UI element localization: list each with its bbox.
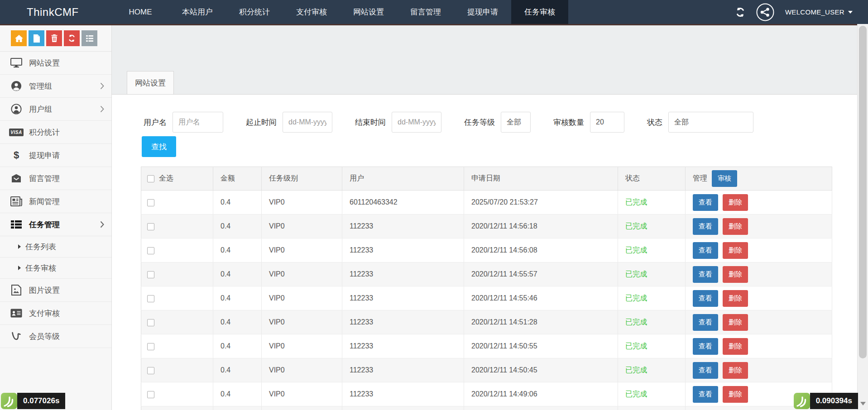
exec-time-badge-right[interactable]: 0.090394s	[794, 393, 858, 409]
username-input[interactable]	[173, 112, 223, 133]
main-content: 网站设置 用户名 起止时间 结束时间 任务等级 全部 审核数量	[112, 25, 857, 410]
review-count-input[interactable]	[590, 112, 624, 133]
delete-button[interactable]: 删除	[723, 218, 748, 235]
tab-site-settings[interactable]: 网站设置	[127, 71, 174, 94]
trash-icon[interactable]	[46, 30, 62, 46]
nav-item-task-review[interactable]: 任务审核	[511, 0, 568, 24]
view-button[interactable]: 查看	[693, 290, 718, 307]
view-button[interactable]: 查看	[693, 242, 718, 259]
status-cell: 已完成	[618, 238, 686, 262]
select-all-checkbox[interactable]	[147, 175, 154, 182]
sidebar-item-task-management[interactable]: 任务管理	[0, 213, 111, 236]
row-checkbox[interactable]	[147, 343, 154, 350]
sidebar-item-news-management[interactable]: 新闻管理	[0, 190, 111, 213]
envelope-icon	[10, 174, 23, 183]
view-button[interactable]: 查看	[693, 218, 718, 235]
avatar[interactable]	[756, 3, 774, 21]
view-button[interactable]: 查看	[693, 386, 718, 403]
user-cell: 112233	[342, 382, 464, 406]
sidebar-item-user-group[interactable]: 用户组	[0, 98, 111, 121]
brand-logo[interactable]: ThinkCMF	[27, 6, 95, 19]
dollar-icon: $	[10, 149, 23, 161]
sidebar-item-label: 任务管理	[29, 219, 60, 230]
row-checkbox[interactable]	[147, 223, 154, 230]
scrollbar-down-arrow-icon[interactable]	[860, 402, 866, 405]
row-checkbox[interactable]	[147, 271, 154, 278]
refresh-icon[interactable]	[735, 7, 745, 17]
row-checkbox[interactable]	[147, 247, 154, 254]
sidebar-subitem-task-review[interactable]: 任务审核	[0, 257, 111, 279]
sidebar-item-member-level[interactable]: 会员等级	[0, 325, 111, 348]
level-cell: VIP0	[262, 286, 342, 310]
delete-button[interactable]: 删除	[723, 242, 748, 259]
sidebar-item-payment-review[interactable]: 支付审核	[0, 302, 111, 325]
review-button[interactable]: 审核	[712, 170, 737, 187]
date-cell: 2020/12/11 14:49:06	[464, 382, 618, 406]
admin-group-icon	[10, 81, 23, 91]
status-cell: 已完成	[618, 262, 686, 286]
delete-button[interactable]: 删除	[723, 386, 748, 403]
date-cell: 2020/12/11 14:50:55	[464, 334, 618, 358]
filter-form: 用户名 起止时间 结束时间 任务等级 全部 审核数量 状态 全部	[112, 112, 857, 133]
delete-button[interactable]: 删除	[723, 338, 748, 355]
sidebar-item-admin-group[interactable]: 管理组	[0, 75, 111, 98]
sidebar-item-label: 会员等级	[29, 331, 60, 342]
list-icon[interactable]	[82, 30, 97, 46]
table-row: 0.4 VIP0 112233 2020/12/11 14:50:45 已完成 …	[141, 358, 832, 382]
view-button[interactable]: 查看	[693, 194, 718, 211]
nav-item-message-management[interactable]: 留言管理	[397, 0, 454, 24]
vine-icon	[10, 331, 23, 341]
recycle-icon[interactable]	[64, 30, 80, 46]
sidebar-item-message-management[interactable]: 留言管理	[0, 167, 111, 190]
user-cell: 112233	[342, 262, 464, 286]
filter-start-time: 起止时间	[246, 112, 332, 133]
start-time-input[interactable]	[283, 112, 332, 133]
nav-item-site-settings[interactable]: 网站设置	[340, 0, 397, 24]
scrollbar-thumb[interactable]	[859, 26, 867, 358]
delete-button[interactable]: 删除	[723, 266, 748, 283]
row-checkbox[interactable]	[147, 319, 154, 326]
view-button[interactable]: 查看	[693, 266, 718, 283]
sidebar-item-withdrawal-request[interactable]: $ 提现申请	[0, 144, 111, 167]
sidebar-item-label: 图片设置	[29, 285, 60, 296]
table-row: 0.4 VIP0 112233 2020/12/11 14:55:46 已完成 …	[141, 286, 832, 310]
sidebar-subitem-task-list[interactable]: 任务列表	[0, 236, 111, 257]
nav-item-home[interactable]: HOME	[112, 0, 169, 24]
level-cell: VIP0	[262, 215, 342, 238]
task-level-select[interactable]: 全部	[501, 112, 531, 133]
home-icon[interactable]	[11, 30, 27, 46]
sidebar-item-label: 用户组	[29, 104, 52, 114]
sidebar-item-image-settings[interactable]: 图片设置	[0, 279, 111, 302]
view-button[interactable]: 查看	[693, 314, 718, 331]
end-time-input[interactable]	[392, 112, 441, 133]
chevron-right-icon	[100, 105, 104, 115]
delete-button[interactable]: 删除	[723, 194, 748, 211]
nav-item-withdrawal-request[interactable]: 提现申请	[454, 0, 511, 24]
status-select[interactable]: 全部	[668, 112, 753, 133]
delete-button[interactable]: 删除	[723, 314, 748, 331]
nav-item-payment-review[interactable]: 支付审核	[283, 0, 340, 24]
status-cell: 已完成	[618, 310, 686, 334]
triangle-right-icon	[18, 244, 21, 249]
row-checkbox[interactable]	[147, 391, 154, 398]
nav-item-points-stats[interactable]: 积分统计	[226, 0, 283, 24]
user-menu[interactable]: WELCOME_USER	[785, 8, 853, 16]
main-nav: HOME 本站用户 积分统计 支付审核 网站设置 留言管理 提现申请 任务审核	[112, 0, 568, 24]
row-checkbox[interactable]	[147, 367, 154, 374]
table-row: 0.4 VIP0 112233 2020/12/11 14:49:06 已完成 …	[141, 382, 832, 406]
delete-button[interactable]: 删除	[723, 362, 748, 379]
delete-button[interactable]: 删除	[723, 290, 748, 307]
sidebar-item-site-settings[interactable]: 网站设置	[0, 52, 111, 75]
table-row: 0.4 VIP0 112233 2020/12/11 14:55:57 已完成 …	[141, 262, 832, 286]
view-button[interactable]: 查看	[693, 362, 718, 379]
view-button[interactable]: 查看	[693, 338, 718, 355]
file-icon[interactable]	[29, 30, 44, 46]
sidebar-item-points-stats[interactable]: VISA 积分统计	[0, 121, 111, 144]
level-cell: VIP0	[262, 310, 342, 334]
sidebar: 网站设置 管理组 用户组 VISA	[0, 25, 112, 410]
row-checkbox[interactable]	[147, 199, 154, 206]
search-button[interactable]: 查找	[142, 136, 176, 157]
nav-item-site-users[interactable]: 本站用户	[169, 0, 226, 24]
row-checkbox[interactable]	[147, 295, 154, 302]
sidebar-item-label: 支付审核	[29, 308, 60, 319]
